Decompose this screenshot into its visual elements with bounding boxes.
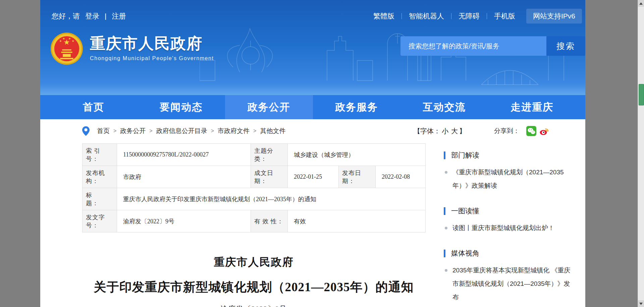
location-pin-icon — [82, 126, 90, 136]
bullet-icon — [445, 227, 447, 229]
breadcrumb-item-city-gov-docs[interactable]: 市政府文件 — [218, 127, 250, 135]
weibo-icon[interactable] — [539, 126, 549, 136]
font-label-close: 】 — [459, 127, 466, 136]
issuing-agency-value: 市政府 — [117, 166, 251, 188]
page: 您好，请 登录 | 注册 繁體版 智能机器人 无障碍 手机版 网站支持IPv6 — [40, 0, 585, 307]
greeting-text: 您好，请 — [52, 11, 80, 21]
bullet-icon — [445, 171, 447, 174]
font-label-open: 【字体： — [414, 127, 440, 136]
scroll-up-button[interactable] — [638, 0, 644, 7]
main-content: 首页 > 政务公开 > 政府信息公开目录 > 市政府文件 > 其他文件 【字体：… — [40, 119, 585, 307]
font-larger-button[interactable]: 大 — [451, 127, 458, 136]
list-item[interactable]: 读图丨重庆市新型城镇化规划出炉！ — [444, 221, 575, 235]
issuing-agency-label: 发布机构： — [83, 166, 117, 188]
breadcrumb-item-info-catalog[interactable]: 政府信息公开目录 — [156, 127, 207, 135]
nav-item-home[interactable]: 首页 — [50, 95, 138, 119]
register-link[interactable]: 注册 — [112, 11, 126, 21]
font-smaller-button[interactable]: 小 — [442, 127, 448, 136]
search-input[interactable] — [400, 36, 546, 56]
section-title: 媒体视角 — [451, 249, 479, 258]
breadcrumb-separator: > — [149, 128, 152, 134]
svg-text:★: ★ — [59, 39, 62, 43]
arrow-down-icon — [639, 303, 643, 305]
nav-item-interaction[interactable]: 互动交流 — [400, 95, 488, 119]
search-button[interactable]: 搜索 — [546, 36, 585, 56]
divider — [401, 13, 402, 19]
svg-text:★: ★ — [68, 37, 71, 40]
share-label: 分享到： — [494, 127, 520, 135]
breadcrumb-item-other-docs[interactable]: 其他文件 — [260, 127, 285, 135]
ipv6-badge[interactable]: 网站支持IPv6 — [526, 9, 582, 24]
section-accent-bar — [444, 151, 445, 159]
list-item[interactable]: 2035年重庆将基本实现新型城镇化 《重庆市新型城镇化规划（2021—2035年… — [444, 264, 575, 304]
site-search: 搜索 — [400, 36, 585, 56]
topic-category-label: 主题分类： — [251, 144, 288, 166]
nav-item-gov-disclosure[interactable]: 政务公开 — [225, 95, 313, 119]
svg-text:★: ★ — [62, 37, 65, 40]
font-size-control: 【字体： 小 大 】 — [414, 127, 466, 136]
list-item-label: 2035年重庆将基本实现新型城镇化 《重庆市新型城镇化规划（2021—2035年… — [452, 264, 575, 304]
list-item-label: 《重庆市新型城镇化规划（2021—2035年）》政策解读 — [452, 166, 575, 192]
sidebar: 部门解读 《重庆市新型城镇化规划（2021—2035年）》政策解读 一图读懂 — [444, 150, 575, 307]
mobile-version-link[interactable]: 手机版 — [494, 11, 515, 21]
section-title: 一图读懂 — [451, 206, 479, 216]
scrollbar[interactable] — [638, 0, 644, 307]
doc-number-label: 发文字号： — [83, 210, 117, 232]
breadcrumb-separator: > — [113, 128, 116, 134]
document-number: 渝府发〔2022〕9号 — [82, 304, 425, 307]
site-header: 您好，请 登录 | 注册 繁體版 智能机器人 无障碍 手机版 网站支持IPv6 — [40, 0, 585, 95]
national-emblem-logo: ★ ★ ★ ★ ★ — [50, 32, 83, 65]
sidebar-section-infographic: 一图读懂 读图丨重庆市新型城镇化规划出炉！ — [444, 206, 575, 235]
list-item[interactable]: 《重庆市新型城镇化规划（2021—2035年）》政策解读 — [444, 166, 575, 192]
site-subtitle: Chongqing Municipal People's Government — [90, 55, 214, 61]
accessibility-link[interactable]: 无障碍 — [459, 11, 480, 21]
divider — [451, 13, 451, 19]
section-title: 部门解读 — [451, 150, 479, 160]
doc-number-value: 渝府发〔2022〕9号 — [117, 210, 251, 232]
scroll-down-button[interactable] — [638, 300, 644, 307]
written-date-value: 2022-01-25 — [288, 166, 339, 188]
breadcrumb-item-gov-disclosure[interactable]: 政务公开 — [120, 127, 146, 135]
document-title-block: 重庆市人民政府 关于印发重庆市新型城镇化规划（2021—2035年）的通知 渝府… — [82, 255, 425, 307]
main-nav: 首页 要闻动态 政务公开 政务服务 互动交流 走进重庆 — [40, 95, 585, 119]
table-row: 标 题： 重庆市人民政府关于印发重庆市新型城镇化规划（2021—2035年）的通… — [83, 188, 426, 210]
bullet-icon — [445, 269, 447, 272]
arrow-up-icon — [639, 2, 643, 5]
written-date-label: 成文日期： — [251, 166, 288, 188]
site-title: 重庆市人民政府 — [90, 34, 214, 53]
sidebar-section-dept-interpretation: 部门解读 《重庆市新型城镇化规划（2021—2035年）》政策解读 — [444, 150, 575, 192]
publish-date-value: 2022-02-08 — [376, 166, 426, 188]
breadcrumb-separator: > — [253, 128, 256, 134]
nav-item-news[interactable]: 要闻动态 — [138, 95, 225, 119]
index-number-value: 11500000009275780L/2022-00027 — [117, 144, 251, 166]
svg-text:★: ★ — [72, 39, 74, 43]
publish-date-label: 发布日期： — [339, 166, 376, 188]
topic-category-value: 城乡建设（城乡管理） — [288, 144, 426, 166]
traditional-chinese-link[interactable]: 繁體版 — [373, 11, 394, 21]
index-number-label: 索 引 号： — [83, 144, 117, 166]
table-row: 发文字号： 渝府发〔2022〕9号 有 效 性： 有效 — [83, 210, 426, 232]
scrollbar-thumb[interactable] — [639, 84, 644, 105]
nav-item-gov-services[interactable]: 政务服务 — [313, 95, 401, 119]
list-item-label: 读图丨重庆市新型城镇化规划出炉！ — [452, 221, 554, 235]
login-register-separator: | — [105, 12, 106, 20]
site-brand[interactable]: ★ ★ ★ ★ ★ 重庆市人民政府 Chongqing Municipal Pe… — [50, 32, 214, 65]
document-title: 关于印发重庆市新型城镇化规划（2021—2035年）的通知 — [82, 279, 425, 296]
validity-label: 有 效 性： — [251, 210, 288, 232]
breadcrumb-separator: > — [211, 128, 214, 134]
section-accent-bar — [444, 207, 445, 215]
document-metadata-table: 索 引 号： 11500000009275780L/2022-00027 主题分… — [82, 143, 426, 232]
title-value: 重庆市人民政府关于印发重庆市新型城镇化规划（2021—2035年）的通知 — [117, 188, 426, 210]
table-row: 发布机构： 市政府 成文日期： 2022-01-25 发布日期： 2022-02… — [83, 166, 426, 188]
smart-robot-link[interactable]: 智能机器人 — [409, 11, 444, 21]
table-row: 索 引 号： 11500000009275780L/2022-00027 主题分… — [83, 144, 426, 166]
title-label: 标 题： — [83, 188, 117, 210]
document-issuer: 重庆市人民政府 — [82, 255, 425, 270]
divider — [487, 13, 487, 19]
breadcrumb-item-home[interactable]: 首页 — [97, 127, 110, 135]
login-link[interactable]: 登录 — [85, 11, 99, 21]
nav-item-about-chongqing[interactable]: 走进重庆 — [488, 95, 576, 119]
wechat-icon[interactable] — [526, 126, 536, 136]
section-accent-bar — [444, 250, 445, 257]
top-utility-bar: 您好，请 登录 | 注册 繁體版 智能机器人 无障碍 手机版 网站支持IPv6 — [40, 0, 585, 32]
